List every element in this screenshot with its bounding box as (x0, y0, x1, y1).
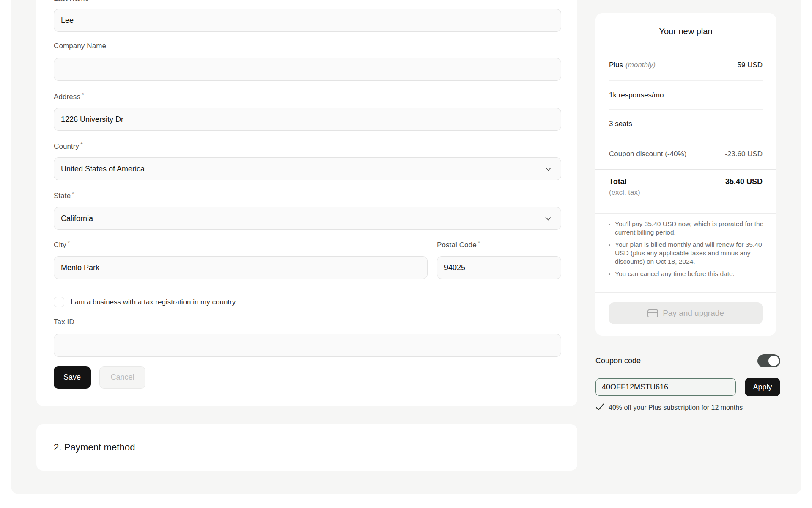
payment-method-title: 2. Payment method (54, 442, 135, 453)
required-asterisk: * (72, 190, 74, 197)
coupon-code-label: Coupon code (595, 356, 641, 365)
required-asterisk: * (68, 240, 70, 246)
pay-and-upgrade-button[interactable]: Pay and upgrade (609, 302, 763, 324)
state-select[interactable]: California (54, 207, 561, 230)
plan-feature: 3 seats (609, 120, 632, 128)
coupon-applied-row: 40% off your Plus subscription for 12 mo… (595, 403, 780, 412)
plan-name-cell: Plus(monthly) (609, 61, 656, 69)
payment-method-card: 2. Payment method (36, 424, 577, 471)
coupon-discount-label: Coupon discount (-40%) (609, 150, 686, 158)
country-label: Country* (54, 141, 83, 151)
country-select[interactable]: United States of America (54, 157, 561, 180)
credit-card-icon (647, 309, 658, 318)
address-label: Address* (54, 91, 84, 101)
total-labels: Total (excl. tax) (609, 177, 640, 213)
form-divider (54, 290, 561, 290)
coupon-toggle[interactable] (757, 354, 780, 367)
total-section: Total (excl. tax) 35.40 USD (595, 169, 776, 213)
total-label: Total (609, 177, 640, 186)
plan-interval: (monthly) (625, 61, 656, 69)
plan-note: You'll pay 35.40 USD now, which is prora… (615, 220, 764, 237)
required-asterisk: * (80, 141, 83, 148)
plan-note: Your plan is billed monthly and will ren… (615, 240, 764, 266)
plan-row: Plus(monthly) 59 USD (609, 50, 763, 81)
state-label: State* (54, 190, 74, 200)
business-tax-checkbox-label: I am a business with a tax registration … (71, 298, 236, 306)
total-amount: 35.40 USD (725, 177, 763, 213)
coupon-discount-row: Coupon discount (-40%) -23.60 USD (609, 138, 763, 169)
cancel-button[interactable]: Cancel (99, 366, 145, 389)
state-select-value: California (61, 214, 93, 223)
coupon-code-input[interactable] (595, 378, 736, 396)
last-name-input[interactable] (54, 9, 561, 32)
pay-section: Pay and upgrade (595, 292, 776, 324)
save-button[interactable]: Save (54, 366, 91, 389)
city-input[interactable] (54, 256, 428, 279)
business-tax-checkbox[interactable] (54, 297, 64, 307)
plan-price: 59 USD (737, 61, 763, 69)
check-icon (595, 403, 604, 411)
last-name-label: Last Name (54, 0, 89, 3)
total-sublabel: (excl. tax) (609, 188, 640, 197)
company-name-label: Company Name (54, 42, 106, 50)
company-name-input[interactable] (54, 58, 561, 81)
plan-feature: 1k responses/mo (609, 91, 664, 99)
plan-summary-panel: Your new plan Plus(monthly) 59 USD 1k re… (595, 13, 776, 336)
city-label: City* (54, 240, 70, 249)
coupon-toggle-knob (768, 356, 779, 366)
coupon-applied-message: 40% off your Plus subscription for 12 mo… (609, 403, 748, 412)
plan-feature-row: 3 seats (609, 110, 763, 138)
pay-and-upgrade-label: Pay and upgrade (663, 309, 724, 318)
coupon-section: Coupon code Apply 40% off your Plus subs… (595, 345, 780, 412)
plan-summary-title: Your new plan (659, 27, 712, 36)
plan-feature-row: 1k responses/mo (609, 81, 763, 110)
plan-name: Plus (609, 61, 623, 69)
address-input[interactable] (54, 108, 561, 131)
required-asterisk: * (82, 91, 84, 98)
postal-code-label: Postal Code* (437, 240, 480, 249)
chevron-down-icon (545, 217, 551, 221)
postal-code-input[interactable] (437, 256, 561, 279)
plan-notes: You'll pay 35.40 USD now, which is prora… (595, 213, 776, 292)
chevron-down-icon (545, 167, 551, 171)
plan-note: You can cancel any time before this date… (615, 270, 764, 278)
tax-id-label: Tax ID (54, 318, 74, 326)
apply-coupon-button[interactable]: Apply (745, 378, 780, 396)
tax-id-input[interactable] (54, 334, 561, 357)
country-select-value: United States of America (61, 165, 145, 174)
coupon-discount-amount: -23.60 USD (725, 150, 763, 158)
required-asterisk: * (478, 240, 480, 246)
plan-summary-header: Your new plan (595, 13, 776, 50)
